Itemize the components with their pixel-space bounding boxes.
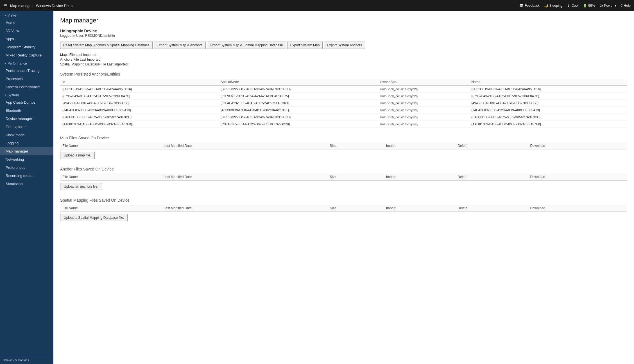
col-spatialnode: SpatialNode bbox=[218, 79, 378, 86]
col-ownerapp: Owner App bbox=[378, 79, 469, 86]
sidebar-item-processes[interactable]: Processes bbox=[0, 75, 53, 83]
col-id: Id bbox=[60, 79, 218, 86]
anchor-col-import: Import bbox=[384, 174, 456, 181]
action-buttons: Reset System Map, Anchors & Spatial Mapp… bbox=[60, 42, 627, 49]
main-content: Map manager Holographic Device Logged-in… bbox=[53, 11, 634, 364]
anchor-col-size: Size bbox=[327, 174, 384, 181]
export-map-spatial-btn[interactable]: Export System Map & Spatial Mapping Data… bbox=[207, 42, 286, 49]
sidebar-item-preferences[interactable]: Preferences bbox=[0, 163, 53, 172]
table-row: {5E01CE19-BB23-475D-BF1C-6A24AA95EC16}{B… bbox=[60, 86, 627, 93]
anchor-col-filename: File Name bbox=[60, 174, 161, 181]
power-btn[interactable]: ⏻ Power ▾ bbox=[599, 4, 616, 8]
user-info: Logged-in User: REDMOND/ambillin bbox=[60, 34, 627, 38]
feedback-btn[interactable]: 💬 Feedback bbox=[519, 4, 540, 8]
battery-btn[interactable]: 🔋 99% bbox=[583, 4, 595, 8]
import-info: Maps File Last Imported: Anchors File La… bbox=[60, 53, 627, 66]
main-layout: ❮ Views Home 3D View Apps Hologram Stabi… bbox=[0, 11, 634, 364]
spatial-col-download: Download bbox=[528, 205, 627, 212]
sidebar-section-system[interactable]: System bbox=[0, 91, 53, 98]
sidebar-item-networking[interactable]: Networking bbox=[0, 155, 53, 163]
map-files-table: File Name Last Modified Date Size Import… bbox=[60, 142, 627, 149]
sidebar-item-kiosk-mode[interactable]: Kiosk mode bbox=[0, 131, 53, 139]
maps-file-info: Maps File Last Imported: bbox=[60, 53, 627, 57]
sidebar-item-bluetooth[interactable]: Bluetooth bbox=[0, 106, 53, 115]
table-row: {74EA3F83-83D8-4923-A8D9-A0BEDE09FA13}{4… bbox=[60, 107, 627, 114]
col-name: Name bbox=[469, 79, 627, 86]
sidebar-item-apps[interactable]: Apps bbox=[0, 35, 53, 43]
map-col-date: Last Modified Date bbox=[161, 142, 327, 149]
sidebar-section-performance[interactable]: Performance bbox=[0, 59, 53, 67]
help-btn[interactable]: ? Help bbox=[621, 4, 631, 8]
table-row: {67957049-21B0-4A32-B6E7-9E57CB6E8A7C}{9… bbox=[60, 93, 627, 100]
upload-anchors-btn[interactable]: Upload an anchors file. bbox=[60, 183, 102, 190]
anchors-table: Id SpatialNode Owner App Name {5E01CE19-… bbox=[60, 79, 627, 128]
export-system-anchors-btn[interactable]: Export System Anchors bbox=[324, 42, 365, 49]
map-files-title: Map Files Saved On Device bbox=[60, 136, 627, 140]
export-map-anchors-btn[interactable]: Export System Map & Anchors bbox=[154, 42, 206, 49]
spatial-col-size: Size bbox=[327, 205, 384, 212]
table-row: {49453D51-588E-48F4-8C78-CB627098B9B9}{9… bbox=[60, 100, 627, 107]
sidebar-item-3dview[interactable]: 3D View bbox=[0, 27, 53, 35]
anchor-col-date: Last Modified Date bbox=[161, 174, 327, 181]
spatial-col-import: Import bbox=[384, 205, 456, 212]
sidebar-item-device-manager[interactable]: Device manager bbox=[0, 115, 53, 123]
sidebar-item-app-crash-dumps[interactable]: App Crash Dumps bbox=[0, 98, 53, 106]
anchor-files-section: Anchor Files Saved On Device File Name L… bbox=[60, 167, 627, 190]
anchor-files-table: File Name Last Modified Date Size Import… bbox=[60, 174, 627, 181]
map-col-download: Download bbox=[528, 142, 627, 149]
page-title: Map manager bbox=[60, 17, 627, 24]
spatial-col-delete: Delete bbox=[455, 205, 528, 212]
device-info: Holographic Device Logged-in User: REDMO… bbox=[60, 29, 627, 38]
spatial-mapping-title: Spatial Mapping Files Saved On Device bbox=[60, 198, 627, 203]
cool-btn[interactable]: 🌡 Cool bbox=[567, 4, 579, 8]
sidebar: ❮ Views Home 3D View Apps Hologram Stabi… bbox=[0, 11, 53, 364]
sidebar-item-map-manager[interactable]: Map manager bbox=[0, 147, 53, 155]
window-title: Map manager - Windows Device Portal bbox=[10, 4, 517, 8]
device-name: Holographic Device bbox=[60, 29, 627, 33]
privacy-cookies-link[interactable]: Privacy & Cookies bbox=[0, 356, 53, 364]
map-col-size: Size bbox=[327, 142, 384, 149]
table-row: {A488D7B9-BAB5-4DBC-890E-B32A6FE107E8}{C… bbox=[60, 121, 627, 128]
table-row: {B48E0DB3-0FBB-4075-8355-3B56C7A3E3CC}{B… bbox=[60, 114, 627, 121]
sidebar-collapse-btn[interactable]: ❮ bbox=[52, 14, 53, 22]
anchor-files-title: Anchor Files Saved On Device bbox=[60, 167, 627, 171]
spatial-col-date: Last Modified Date bbox=[161, 205, 327, 212]
map-col-filename: File Name bbox=[60, 142, 161, 149]
upload-spatial-btn[interactable]: Upload a Spatial Mapping Database file. bbox=[60, 214, 128, 221]
sidebar-item-home[interactable]: Home bbox=[0, 19, 53, 27]
hamburger-icon[interactable]: ☰ bbox=[3, 3, 7, 8]
sidebar-item-simulation[interactable]: Simulation bbox=[0, 180, 53, 188]
spatial-file-info: Spatial Mapping Database File Last Impor… bbox=[60, 62, 627, 66]
sidebar-section-views[interactable]: Views bbox=[0, 11, 53, 19]
anchor-col-delete: Delete bbox=[455, 174, 528, 181]
upload-map-btn[interactable]: Upload a map file. bbox=[60, 152, 95, 159]
sidebar-item-system-performance[interactable]: System Performance bbox=[0, 83, 53, 91]
spatial-col-filename: File Name bbox=[60, 205, 161, 212]
map-col-delete: Delete bbox=[455, 142, 528, 149]
sidebar-item-logging[interactable]: Logging bbox=[0, 139, 53, 147]
reset-system-map-btn[interactable]: Reset System Map, Anchors & Spatial Mapp… bbox=[60, 42, 153, 49]
sidebar-item-recording-mode[interactable]: Recording mode bbox=[0, 172, 53, 180]
sidebar-item-performance-tracing[interactable]: Performance Tracing bbox=[0, 67, 53, 75]
export-system-map-btn[interactable]: Export System Map bbox=[287, 42, 323, 49]
sidebar-item-mixed-reality-capture[interactable]: Mixed Reality Capture bbox=[0, 51, 53, 59]
anchor-col-download: Download bbox=[528, 174, 627, 181]
map-files-section: Map Files Saved On Device File Name Last… bbox=[60, 136, 627, 159]
spatial-mapping-section: Spatial Mapping Files Saved On Device Fi… bbox=[60, 198, 627, 221]
titlebar: ☰ Map manager - Windows Device Portal 💬 … bbox=[0, 0, 634, 11]
anchors-file-info: Anchors File Last Imported: bbox=[60, 58, 627, 62]
map-col-import: Import bbox=[384, 142, 456, 149]
sidebar-item-file-explorer[interactable]: File explorer bbox=[0, 123, 53, 131]
sidebar-item-hologram-stability[interactable]: Hologram Stability bbox=[0, 43, 53, 51]
anchors-section-title: System Persisted Anchors/Entities bbox=[60, 72, 627, 76]
spatial-mapping-table: File Name Last Modified Date Size Import… bbox=[60, 205, 627, 212]
sleeping-btn[interactable]: 🌙 Sleeping bbox=[544, 4, 563, 8]
titlebar-actions: 💬 Feedback 🌙 Sleeping 🌡 Cool 🔋 99% ⏻ Pow… bbox=[519, 4, 631, 8]
